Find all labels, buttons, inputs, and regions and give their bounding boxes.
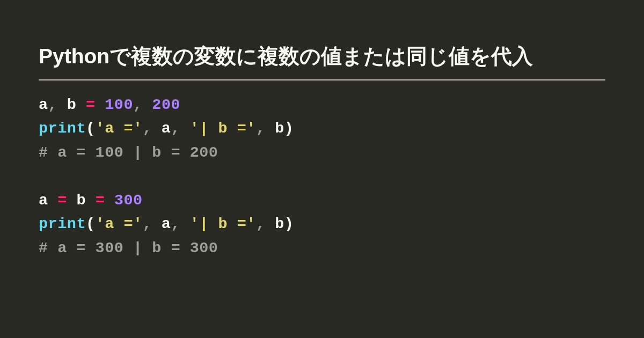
code-token-var: a [162, 215, 171, 233]
code-block: a, b = 100, 200print('a =', a, '| b =', … [39, 93, 605, 260]
code-token-func: print [39, 215, 86, 233]
code-line: # a = 300 | b = 300 [39, 237, 605, 260]
code-token-var: b [275, 120, 284, 137]
code-line [39, 165, 605, 188]
code-token-var: b [67, 96, 86, 114]
code-line: print('a =', a, '| b =', b) [39, 212, 605, 236]
code-token-comment: # a = 300 | b = 300 [39, 239, 218, 257]
code-token-num: 100 [105, 96, 133, 114]
code-token-punct: , [133, 96, 152, 114]
code-token-var: a [39, 192, 57, 209]
code-token-num: 300 [114, 192, 143, 209]
code-token-var: b [275, 215, 284, 233]
code-token-var: ( [86, 215, 96, 233]
code-token-var: ( [86, 120, 96, 137]
code-token-var: ) [284, 120, 294, 137]
code-token-var: ) [284, 215, 294, 233]
code-token-var [96, 96, 105, 114]
code-token-var: b [67, 192, 96, 209]
code-token-punct: , [256, 120, 275, 137]
code-token-str: '| b =' [190, 120, 256, 137]
code-token-punct: , [143, 120, 162, 137]
code-line: a, b = 100, 200 [39, 93, 605, 117]
code-line: print('a =', a, '| b =', b) [39, 117, 605, 141]
code-token-var [105, 192, 114, 209]
code-token-op: = [96, 192, 105, 209]
code-token-punct: , [48, 96, 67, 114]
code-token-op: = [86, 96, 96, 114]
code-token-num: 200 [152, 96, 180, 114]
code-token-str: 'a =' [96, 120, 143, 137]
page-title: Pythonで複数の変数に複数の値または同じ値を代入 [39, 42, 605, 80]
code-token-punct: , [256, 215, 275, 233]
code-token-punct: , [143, 215, 162, 233]
code-token-var: a [162, 120, 171, 137]
code-token-punct: , [171, 215, 189, 233]
code-token-punct: , [171, 120, 189, 137]
code-token-func: print [39, 120, 86, 137]
code-token-str: '| b =' [190, 215, 256, 233]
code-token-var: a [39, 96, 48, 114]
code-line: # a = 100 | b = 200 [39, 141, 605, 165]
code-token-op: = [57, 192, 67, 209]
code-token-str: 'a =' [96, 215, 143, 233]
code-token-comment: # a = 100 | b = 200 [39, 144, 218, 161]
code-line: a = b = 300 [39, 189, 605, 212]
